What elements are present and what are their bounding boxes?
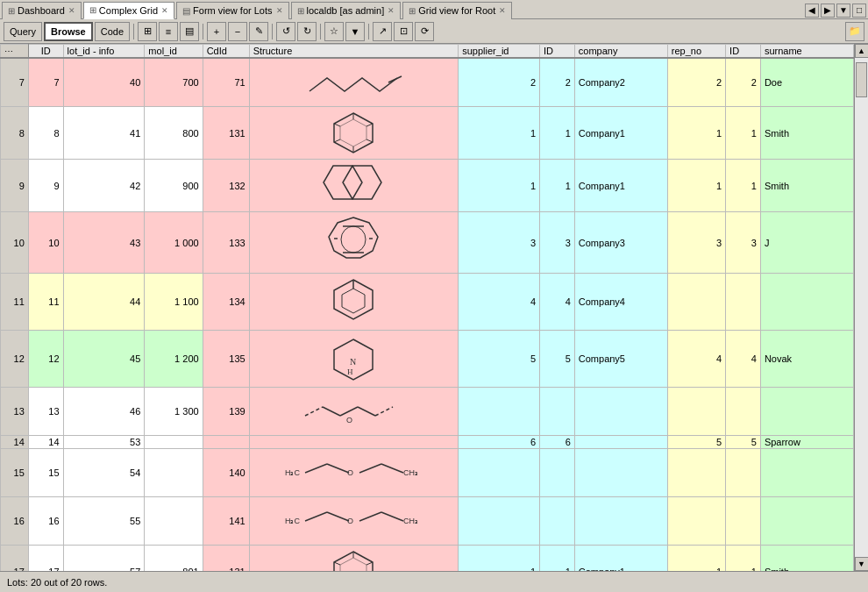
list-icon-button[interactable]: ≡ bbox=[159, 22, 178, 41]
row-number: 9 bbox=[1, 160, 29, 212]
cell-company bbox=[574, 497, 667, 546]
cell-surname bbox=[760, 274, 853, 331]
dots-icon[interactable]: ⋯ bbox=[4, 46, 13, 56]
import-button[interactable]: ⊡ bbox=[394, 22, 413, 41]
col-dots-header[interactable]: ⋯ bbox=[1, 45, 29, 59]
col-supplier-header[interactable]: supplier_id bbox=[459, 45, 540, 59]
cell-mol-id: 900 bbox=[145, 160, 203, 212]
col-id3-header[interactable]: ID bbox=[726, 45, 761, 59]
col-repno-header[interactable]: rep_no bbox=[667, 45, 725, 59]
cell-supplier-id bbox=[459, 449, 540, 497]
tab-dashboard[interactable]: ⊞ Dashboard ✕ bbox=[2, 2, 82, 19]
col-id2-header[interactable]: ID bbox=[540, 45, 575, 59]
col-structure-header[interactable]: Structure bbox=[249, 45, 459, 59]
row-number: 12 bbox=[1, 331, 29, 388]
svg-line-40 bbox=[359, 512, 381, 521]
col-mol-header[interactable]: mol_id bbox=[145, 45, 203, 59]
col-surname-header[interactable]: surname bbox=[760, 45, 853, 59]
table-row[interactable]: 151554140 H₃C O CH₃ bbox=[1, 449, 854, 497]
folder-button[interactable]: 📁 bbox=[845, 22, 864, 41]
scroll-up-button[interactable]: ▲ bbox=[855, 44, 869, 58]
row-number: 17 bbox=[1, 546, 29, 572]
refresh-button[interactable]: ⟳ bbox=[415, 22, 434, 41]
svg-line-25 bbox=[340, 407, 358, 416]
tab-complex-grid-label: Complex Grid bbox=[99, 5, 158, 16]
form-icon-button[interactable]: ▤ bbox=[180, 22, 199, 41]
svg-line-33 bbox=[359, 464, 381, 473]
cell-mol-id: 700 bbox=[145, 58, 203, 107]
col-cdid-header[interactable]: CdId bbox=[203, 45, 249, 59]
col-lot-header[interactable]: lot_id - info bbox=[63, 45, 145, 59]
table-row[interactable]: 8841800131 11Company111Smith bbox=[1, 107, 854, 160]
vertical-scrollbar[interactable]: ▲ ▼ bbox=[854, 44, 868, 571]
tab-form-view[interactable]: ▤ Form view for Lots ✕ bbox=[176, 2, 288, 19]
export-button[interactable]: ↗ bbox=[373, 22, 392, 41]
tab-grid-root-close[interactable]: ✕ bbox=[499, 6, 506, 15]
edit-button[interactable]: ✎ bbox=[249, 22, 268, 41]
cell-id: 14 bbox=[28, 436, 63, 449]
tab-dashboard-close[interactable]: ✕ bbox=[68, 6, 75, 15]
cell-surname bbox=[760, 497, 853, 546]
table-row[interactable]: 161655141 H₃C O CH₃ bbox=[1, 497, 854, 546]
cell-structure bbox=[249, 160, 459, 212]
scroll-down-button[interactable]: ▼ bbox=[855, 557, 869, 571]
col-company-header[interactable]: company bbox=[574, 45, 667, 59]
table-row[interactable]: 171757801131 11Company111Smith bbox=[1, 546, 854, 572]
svg-line-27 bbox=[375, 407, 393, 416]
table-row[interactable]: 1212451 200135 N H 55Company544Novak bbox=[1, 331, 854, 388]
redo-button[interactable]: ↻ bbox=[297, 22, 317, 41]
add-button[interactable]: + bbox=[207, 22, 226, 41]
table-row[interactable]: 1010431 000133 33Company333J bbox=[1, 212, 854, 274]
svg-line-23 bbox=[305, 407, 323, 416]
grid-icon-button[interactable]: ⊞ bbox=[138, 22, 157, 41]
filter-button[interactable]: ▼ bbox=[345, 22, 365, 41]
delete-button[interactable]: − bbox=[228, 22, 247, 41]
scroll-track[interactable] bbox=[855, 58, 868, 557]
tab-complex-grid[interactable]: ⊞ Complex Grid ✕ bbox=[83, 2, 174, 19]
scroll-thumb[interactable] bbox=[856, 62, 867, 97]
code-button[interactable]: Code bbox=[95, 22, 130, 41]
tab-prev-button[interactable]: ◀ bbox=[805, 4, 819, 18]
tab-localdb-close[interactable]: ✕ bbox=[388, 6, 395, 15]
table-row[interactable]: 1111441 100134 44Company4 bbox=[1, 274, 854, 331]
cell-structure bbox=[249, 107, 459, 160]
cell-id2: 1 bbox=[540, 546, 575, 572]
tab-localdb[interactable]: ⊞ localdb [as admin] ✕ bbox=[291, 2, 402, 19]
cell-cdid: 131 bbox=[203, 107, 249, 160]
cell-structure: N H bbox=[249, 331, 459, 388]
tab-complex-grid-close[interactable]: ✕ bbox=[161, 6, 168, 15]
tab-next-button[interactable]: ▶ bbox=[821, 4, 835, 18]
tab-window-button[interactable]: □ bbox=[852, 4, 866, 18]
star-button[interactable]: ☆ bbox=[324, 22, 344, 41]
cell-company: Company4 bbox=[574, 274, 667, 331]
cell-cdid: 131 bbox=[203, 546, 249, 572]
tab-grid-root[interactable]: ⊞ Grid view for Root ✕ bbox=[402, 2, 512, 19]
table-row[interactable]: 9942900132 11Company111Smith bbox=[1, 160, 854, 212]
table-row[interactable]: 1313461 300139 O bbox=[1, 388, 854, 436]
grid-scroll[interactable]: ⋯ ID lot_id - info mol_id CdId Structure… bbox=[0, 44, 854, 571]
col-id-header[interactable]: ID bbox=[28, 45, 63, 59]
svg-line-31 bbox=[327, 464, 349, 473]
svg-text:H₃C: H₃C bbox=[285, 517, 300, 525]
svg-marker-44 bbox=[340, 558, 366, 571]
undo-button[interactable]: ↺ bbox=[276, 22, 295, 41]
separator-5 bbox=[368, 24, 369, 39]
cell-rep-no: 1 bbox=[667, 160, 725, 212]
row-number: 7 bbox=[1, 58, 29, 107]
cell-id3: 4 bbox=[726, 331, 761, 388]
svg-line-30 bbox=[305, 464, 327, 473]
svg-line-46 bbox=[366, 562, 373, 565]
cell-structure bbox=[249, 212, 459, 274]
tab-menu-button[interactable]: ▼ bbox=[836, 4, 850, 18]
toolbar: Query Browse Code ⊞ ≡ ▤ + − ✎ ↺ ↻ ☆ ▼ ↗ … bbox=[0, 19, 868, 44]
tab-form-view-close[interactable]: ✕ bbox=[276, 6, 283, 15]
cell-supplier-id: 6 bbox=[459, 436, 540, 449]
query-button[interactable]: Query bbox=[4, 22, 42, 41]
browse-button[interactable]: Browse bbox=[44, 22, 93, 41]
cell-surname: Smith bbox=[760, 546, 853, 572]
row-number: 8 bbox=[1, 107, 29, 160]
cell-id: 16 bbox=[28, 497, 63, 546]
cell-company: Company2 bbox=[574, 58, 667, 107]
table-row[interactable]: 774070071 22Company222Doe bbox=[1, 58, 854, 107]
table-row[interactable]: 1414536655Sparrow bbox=[1, 436, 854, 449]
